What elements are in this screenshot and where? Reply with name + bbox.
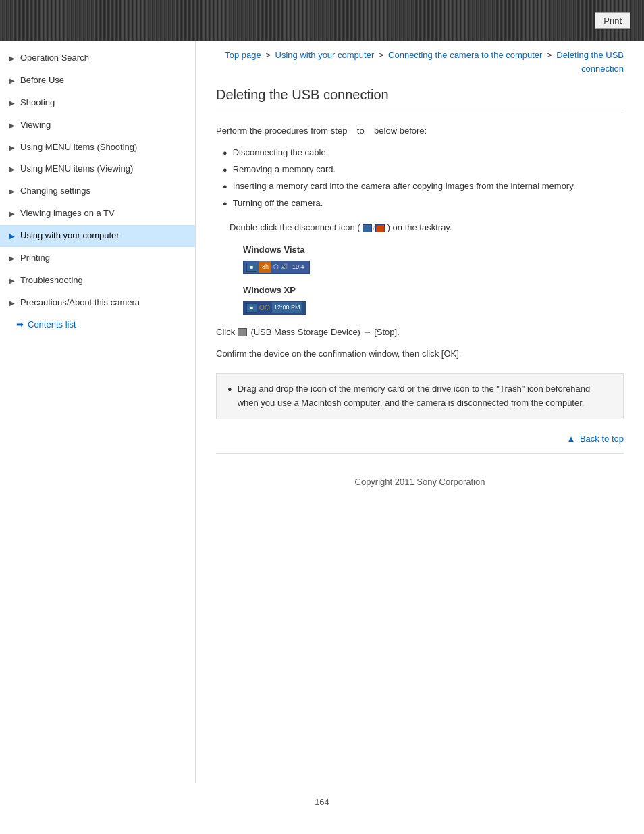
step-usb-stop: Click (USB Mass Storage Device) → [Stop]… xyxy=(216,325,624,340)
sidebar-item-label: Printing xyxy=(20,253,50,264)
bullet-text-4: Turning off the camera. xyxy=(233,196,323,211)
breadcrumb-top-page[interactable]: Top page xyxy=(225,50,261,60)
taskbar-clock-xp: 12:00 PM xyxy=(272,302,302,313)
sidebar-item-label: Viewing xyxy=(20,120,51,131)
bullet-item-4: Turning off the camera. xyxy=(223,196,624,211)
back-to-top-label: Back to top xyxy=(580,434,624,444)
sidebar-item-label: Using MENU items (Shooting) xyxy=(20,142,137,153)
taskbar-xp-icon2: ⬡⬡ xyxy=(259,303,270,313)
breadcrumb-separator3: > xyxy=(547,50,554,60)
header-bar: Print xyxy=(0,0,644,41)
sidebar-item-label: Using MENU items (Viewing) xyxy=(20,163,133,175)
triangle-icon: ▲ xyxy=(566,434,577,444)
sidebar-item-label: Troubleshooting xyxy=(20,275,83,286)
windows-xp-block: Windows XP ■ ⬡⬡ 12:00 PM xyxy=(243,283,624,315)
step-usb-text: Click (USB Mass Storage Device) → [Stop]… xyxy=(216,325,624,340)
breadcrumb: Top page > Using with your computer > Co… xyxy=(216,41,624,87)
sidebar-item-before-use[interactable]: ▶ Before Use xyxy=(0,70,195,92)
windows-vista-label: Windows Vista xyxy=(243,242,624,257)
sidebar-item-printing[interactable]: ▶ Printing xyxy=(0,247,195,269)
sidebar-item-using-menu-viewing[interactable]: ▶ Using MENU items (Viewing) xyxy=(0,158,195,180)
taskbar-network-vista: ⬡ xyxy=(273,262,279,272)
windows-xp-taskbar: ■ ⬡⬡ 12:00 PM xyxy=(243,301,624,315)
sidebar: ▶ Operation Search ▶ Before Use ▶ Shooti… xyxy=(0,41,196,783)
sidebar-item-label: Shooting xyxy=(20,97,55,109)
arrow-right-icon: ➡ xyxy=(16,319,24,330)
sidebar-item-viewing[interactable]: ▶ Viewing xyxy=(0,114,195,136)
sidebar-item-shooting[interactable]: ▶ Shooting xyxy=(0,92,195,114)
arrow-icon: ▶ xyxy=(9,254,15,263)
windows-vista-taskbar: ■ 3h ⬡ 🔊 10:4 xyxy=(243,260,624,275)
note-text: Drag and drop the icon of the memory car… xyxy=(227,382,612,411)
step-block-disconnect: Double-click the disconnect icon ( / ) o… xyxy=(230,220,624,315)
sidebar-item-label: Precautions/About this camera xyxy=(20,297,140,309)
taskbar-xp-icon1: ■ xyxy=(246,303,257,313)
arrow-icon: ▶ xyxy=(9,187,15,196)
sidebar-item-label: Operation Search xyxy=(20,53,89,64)
arrow-icon: ▶ xyxy=(9,143,15,152)
taskbar-icon1: ■ xyxy=(246,263,257,272)
page-title: Deleting the USB connection xyxy=(216,87,624,103)
arrow-icon: ▶ xyxy=(9,76,15,85)
sidebar-item-troubleshooting[interactable]: ▶ Troubleshooting xyxy=(0,269,195,292)
breadcrumb-deleting[interactable]: Deleting the USB connection xyxy=(556,50,624,74)
arrow-icon: ▶ xyxy=(9,99,15,107)
sidebar-item-changing-settings[interactable]: ▶ Changing settings xyxy=(0,180,195,203)
arrow-icon: ▶ xyxy=(9,165,15,174)
disconnect-box2 xyxy=(375,224,385,232)
disconnect-icon: / xyxy=(363,223,385,234)
breadcrumb-separator: > xyxy=(265,50,273,60)
bullet-text-1: Disconnecting the cable. xyxy=(233,145,329,160)
back-to-top: ▲ Back to top xyxy=(216,432,624,446)
bullet-list: Disconnecting the cable. Removing a memo… xyxy=(223,145,624,211)
slash-icon: / xyxy=(373,223,375,234)
sidebar-item-using-menu-shooting[interactable]: ▶ Using MENU items (Shooting) xyxy=(0,136,195,159)
main-layout: ▶ Operation Search ▶ Before Use ▶ Shooti… xyxy=(0,41,644,783)
arrow-icon: ▶ xyxy=(9,276,15,285)
arrow-icon: ▶ xyxy=(9,298,15,307)
sidebar-item-using-with-computer[interactable]: ▶ Using with your computer xyxy=(0,225,195,247)
intro-text: Perform the procedures from step to belo… xyxy=(216,124,624,138)
taskbar-xp-sim: ■ ⬡⬡ 12:00 PM xyxy=(243,301,306,315)
back-to-top-link[interactable]: ▲ Back to top xyxy=(566,434,624,444)
page-title-section: Deleting the USB connection xyxy=(216,87,624,111)
windows-xp-label: Windows XP xyxy=(243,283,624,298)
contents-list-label: Contents list xyxy=(28,319,76,330)
sidebar-item-label: Viewing images on a TV xyxy=(20,208,115,219)
arrow-icon: ▶ xyxy=(9,232,15,240)
note-content: Drag and drop the icon of the memory car… xyxy=(238,382,612,411)
step-disconnect-text: Double-click the disconnect icon ( / ) o… xyxy=(230,220,624,235)
bullet-text-3: Inserting a memory card into the camera … xyxy=(233,179,576,194)
arrow-icon: ▶ xyxy=(9,54,15,63)
taskbar-sound-vista: 🔊 xyxy=(281,262,288,272)
bullet-item-3: Inserting a memory card into the camera … xyxy=(223,179,624,194)
sidebar-item-operation-search[interactable]: ▶ Operation Search xyxy=(0,47,195,70)
sidebar-item-precautions[interactable]: ▶ Precautions/About this camera xyxy=(0,292,195,314)
sidebar-item-label: Changing settings xyxy=(20,186,90,197)
note-box: Drag and drop the icon of the memory car… xyxy=(216,373,624,419)
sidebar-item-label: Before Use xyxy=(20,75,64,86)
breadcrumb-connecting[interactable]: Connecting the camera to the computer xyxy=(388,50,542,60)
windows-vista-block: Windows Vista ■ 3h ⬡ 🔊 10:4 xyxy=(243,242,624,275)
arrow-icon: ▶ xyxy=(9,209,15,218)
bullet-text-2: Removing a memory card. xyxy=(233,162,336,177)
usb-storage-icon xyxy=(238,328,247,336)
step-confirm-text: Confirm the device on the confirmation w… xyxy=(216,346,624,361)
contents-list-link[interactable]: ➡ Contents list xyxy=(0,314,195,335)
footer-copyright: Copyright 2011 Sony Corporation xyxy=(216,470,624,494)
breadcrumb-separator2: > xyxy=(379,50,386,60)
page-number: 164 xyxy=(0,783,644,814)
footer-line xyxy=(216,453,624,470)
disconnect-box1 xyxy=(363,224,372,232)
taskbar-vista-sim: ■ 3h ⬡ 🔊 10:4 xyxy=(243,261,310,274)
arrow-icon: ▶ xyxy=(9,121,15,130)
step-confirm: Confirm the device on the confirmation w… xyxy=(216,346,624,361)
sidebar-item-label: Using with your computer xyxy=(20,230,119,242)
breadcrumb-using-with-computer[interactable]: Using with your computer xyxy=(275,50,375,60)
taskbar-clock-vista: 10:4 xyxy=(290,261,306,273)
sidebar-item-viewing-images-tv[interactable]: ▶ Viewing images on a TV xyxy=(0,203,195,225)
print-button[interactable]: Print xyxy=(595,12,630,29)
bullet-item-2: Removing a memory card. xyxy=(223,162,624,177)
bullet-item-1: Disconnecting the cable. xyxy=(223,145,624,160)
content-area: Top page > Using with your computer > Co… xyxy=(196,41,644,783)
